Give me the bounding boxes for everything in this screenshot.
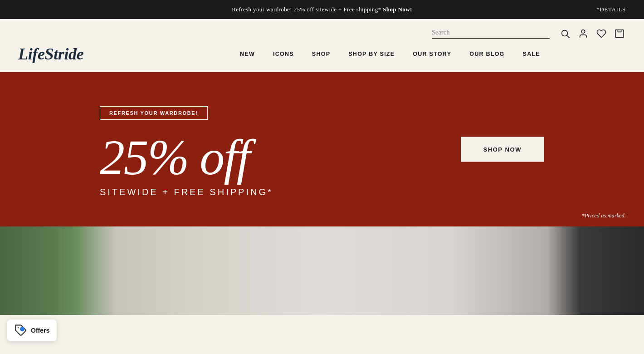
hero-photo-section — [0, 226, 644, 315]
hero-subtitle: SITEWIDE + FREE SHIPPING* — [100, 187, 544, 197]
svg-rect-3 — [615, 30, 624, 38]
svg-point-2 — [581, 30, 585, 33]
hero-banner: REFRESH YOUR WARDROBE! 25% off SITEWIDE … — [0, 72, 644, 226]
nav-item-new[interactable]: NEW — [231, 47, 264, 61]
header-main-row: LifeStride NEW ICONS SHOP SHOP BY SIZE O… — [0, 40, 644, 72]
main-navigation: NEW ICONS SHOP SHOP BY SIZE OUR STORY OU… — [154, 47, 626, 61]
offers-label: Offers — [31, 327, 49, 334]
nav-item-shop-by-size[interactable]: SHOP BY SIZE — [339, 47, 404, 61]
search-wrapper[interactable] — [432, 29, 550, 39]
header-top-row — [0, 19, 644, 40]
photo-background — [0, 226, 644, 315]
promo-text: Refresh your wardrobe! 25% off sitewide … — [232, 6, 412, 13]
nav-item-our-story[interactable]: OUR STORY — [404, 47, 460, 61]
search-icon-button[interactable] — [559, 27, 571, 40]
svg-line-1 — [567, 35, 569, 38]
shop-now-button[interactable]: SHOP NOW — [461, 137, 544, 162]
wishlist-icon[interactable] — [595, 27, 608, 40]
details-link[interactable]: *DETAILS — [596, 6, 626, 13]
promo-message: Refresh your wardrobe! 25% off sitewide … — [232, 6, 381, 13]
site-header: LifeStride NEW ICONS SHOP SHOP BY SIZE O… — [0, 19, 644, 72]
hero-badge[interactable]: REFRESH YOUR WARDROBE! — [100, 106, 208, 120]
cart-icon[interactable] — [613, 27, 626, 40]
search-input[interactable] — [432, 29, 550, 36]
announcement-bar: Refresh your wardrobe! 25% off sitewide … — [0, 0, 644, 19]
shop-now-link[interactable]: Shop Now! — [383, 6, 412, 13]
nav-item-our-blog[interactable]: OUR BLOG — [460, 47, 513, 61]
offers-dot — [20, 327, 24, 331]
nav-item-shop[interactable]: SHOP — [303, 47, 339, 61]
site-logo[interactable]: LifeStride — [18, 44, 154, 64]
nav-item-icons[interactable]: ICONS — [264, 47, 303, 61]
offers-widget[interactable]: Offers — [7, 320, 57, 341]
nav-item-sale[interactable]: SALE — [514, 47, 549, 61]
priced-as-marked-note: *Priced as marked. — [581, 212, 626, 219]
account-icon[interactable] — [577, 27, 590, 40]
